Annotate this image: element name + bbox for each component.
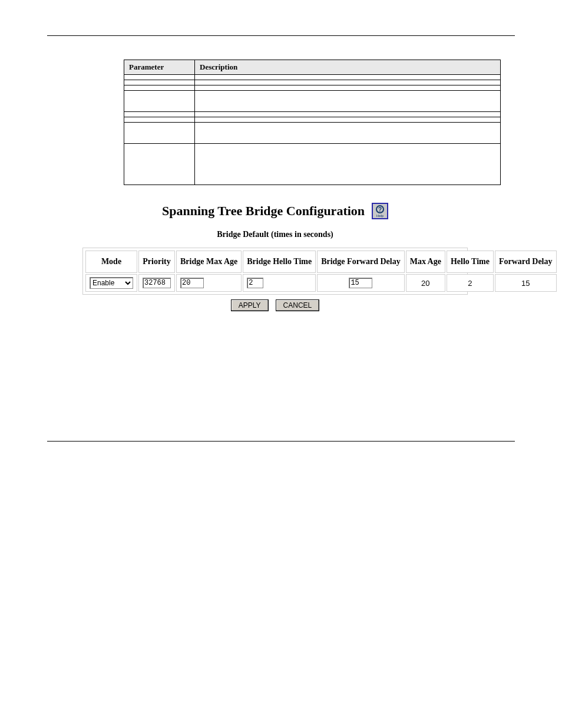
- table-row: [124, 85, 501, 91]
- forward-delay-value: 15: [495, 274, 557, 292]
- panel-title: Spanning Tree Bridge Configuration: [162, 203, 365, 219]
- col-forward-delay: Forward Delay: [495, 251, 557, 273]
- cancel-button[interactable]: CANCEL: [276, 299, 320, 311]
- help-icon[interactable]: ? Help: [372, 203, 388, 219]
- bridge-max-age-input[interactable]: [180, 278, 204, 288]
- col-priority: Priority: [138, 251, 175, 273]
- bridge-config-table: Mode Priority Bridge Max Age Bridge Hell…: [84, 249, 558, 293]
- table-row: [124, 144, 501, 185]
- table-row: [124, 117, 501, 123]
- table-row: [124, 112, 501, 117]
- hello-time-value: 2: [447, 274, 494, 292]
- param-header: Parameter: [124, 60, 195, 75]
- max-age-value: 20: [406, 274, 445, 292]
- col-max-age: Max Age: [406, 251, 445, 273]
- col-hello-time: Hello Time: [447, 251, 494, 273]
- priority-input[interactable]: [143, 278, 171, 288]
- table-row: [124, 75, 501, 80]
- table-row: [124, 91, 501, 112]
- table-row: [124, 80, 501, 85]
- bridge-forward-delay-input[interactable]: [349, 278, 372, 288]
- bridge-config-panel: Spanning Tree Bridge Configuration ? Hel…: [82, 203, 468, 311]
- panel-subtitle: Bridge Default (times in seconds): [82, 230, 468, 239]
- col-mode: Mode: [85, 251, 137, 273]
- col-bridge-hello-time: Bridge Hello Time: [243, 251, 316, 273]
- col-bridge-forward-delay: Bridge Forward Delay: [317, 251, 405, 273]
- col-bridge-max-age: Bridge Max Age: [176, 251, 242, 273]
- svg-text:Help: Help: [376, 214, 384, 218]
- svg-text:?: ?: [378, 206, 382, 213]
- apply-button[interactable]: APPLY: [231, 299, 269, 311]
- mode-select[interactable]: Enable: [90, 277, 133, 289]
- header-rule: [47, 35, 515, 36]
- desc-header: Description: [195, 60, 501, 75]
- bridge-hello-time-input[interactable]: [247, 278, 263, 288]
- parameter-table: Parameter Description: [124, 60, 501, 185]
- footer-rule: [47, 441, 515, 442]
- table-row: [124, 123, 501, 144]
